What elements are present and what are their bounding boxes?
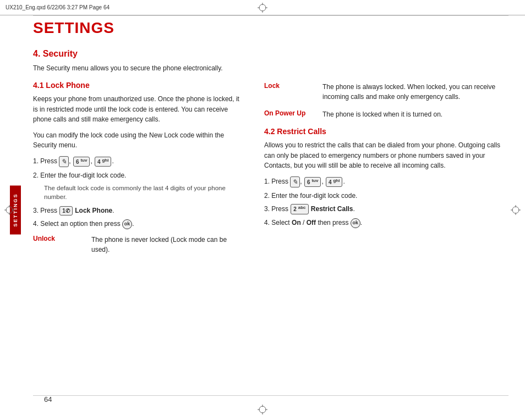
term-onpowerup-desc: The phone is locked when it is turned on… xyxy=(322,109,508,119)
header-bar: UX210_Eng.qxd 6/22/06 3:27 PM Page 64 xyxy=(0,0,525,15)
btn-4ghi-2: 4 ghi xyxy=(326,177,342,187)
sub41-step3: 3. Press 1✆ Lock Phone. xyxy=(33,206,242,215)
sub42-step4: 4. Select On / Off then press ok. xyxy=(264,218,508,228)
term-unlock-desc: The phone is never locked (Lock mode can… xyxy=(91,235,242,255)
term-unlock-label: Unlock xyxy=(33,235,83,255)
left-column: 4. Security The Security menu allows you… xyxy=(33,49,242,262)
sub41-para2: You can modify the lock code using the N… xyxy=(33,130,242,151)
ok-circle-icon: ok xyxy=(122,219,132,229)
svg-point-15 xyxy=(512,207,519,213)
svg-point-5 xyxy=(259,406,266,413)
right-column: Lock The phone is always locked. When lo… xyxy=(264,49,508,262)
sub42-off-label: Off xyxy=(307,219,316,226)
page-title: SETTINGS xyxy=(33,19,508,37)
pencil-icon-2: ✎ xyxy=(290,176,300,187)
btn-4ghi: 4 ghi xyxy=(95,157,111,167)
top-divider xyxy=(33,15,508,16)
sub41-step2: 2. Enter the four-digit lock code. xyxy=(33,170,242,180)
sub42-para1: Allows you to restrict the calls that ca… xyxy=(264,140,508,171)
section4-intro: The Security menu allows you to secure t… xyxy=(33,63,242,73)
sub41-para1: Keeps your phone from unauthorized use. … xyxy=(33,94,242,125)
main-content: SETTINGS 4. Security The Security menu a… xyxy=(33,19,508,395)
sub41-step1: 1. Press ✎, 6 tuv, 4 ghi. xyxy=(33,156,242,167)
term-onpowerup-label: On Power Up xyxy=(264,109,314,119)
sub41-step4: 4. Select an option then press ok. xyxy=(33,219,242,229)
term-lock: Lock The phone is always locked. When lo… xyxy=(264,82,508,102)
header-crosshair-icon xyxy=(258,3,267,13)
bottom-crosshair-icon xyxy=(258,405,267,415)
pencil-icon: ✎ xyxy=(59,156,69,167)
two-col-layout: 4. Security The Security menu allows you… xyxy=(33,49,508,262)
svg-point-0 xyxy=(259,4,266,11)
btn-6tuv: 6 tuv xyxy=(73,157,90,167)
bottom-divider xyxy=(33,395,508,396)
term-lock-label: Lock xyxy=(264,82,314,102)
ok-circle-icon-2: ok xyxy=(351,218,360,228)
btn-1: 1✆ xyxy=(59,206,73,215)
page-number: 64 xyxy=(44,395,52,404)
term-lock-desc: The phone is always locked. When locked,… xyxy=(322,82,508,102)
term-onpowerup: On Power Up The phone is locked when it … xyxy=(264,109,508,119)
sub41-heading: 4.1 Lock Phone xyxy=(33,81,242,90)
right-crosshair-icon xyxy=(511,205,521,215)
sub41-step2-indent: The default lock code is commonly the la… xyxy=(44,184,242,201)
sub42-heading: 4.2 Restrict Calls xyxy=(264,127,508,136)
btn-2: 2 abc xyxy=(291,204,308,214)
sub42-step3: 3. Press 2 abc Restrict Calls. xyxy=(264,204,508,214)
sub42-step1: 1. Press ✎, 6 tuv, 4 ghi. xyxy=(264,176,508,187)
svg-point-10 xyxy=(6,207,13,213)
left-crosshair-icon xyxy=(4,205,14,215)
section4-heading: 4. Security xyxy=(33,49,242,59)
btn-6tuv-2: 6 tuv xyxy=(304,177,321,187)
sub42-step2: 2. Enter the four-digit lock code. xyxy=(264,191,508,201)
term-unlock: Unlock The phone is never locked (Lock m… xyxy=(33,235,242,255)
sub42-on-label: On xyxy=(292,219,301,226)
